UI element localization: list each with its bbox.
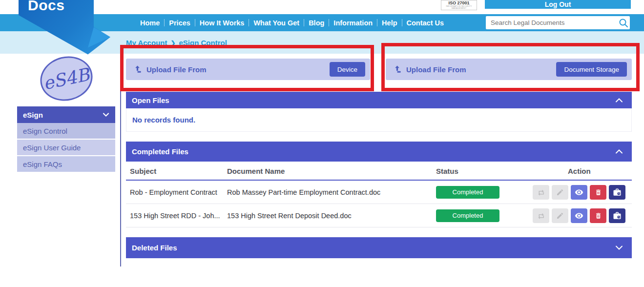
section-title: Deleted Files <box>132 244 177 252</box>
table-row: 153 High Street RDD - Joh... 153 High St… <box>126 204 632 227</box>
upload-bar-document-storage: Upload File From Document Storage <box>386 59 632 80</box>
briefcase-clock-icon <box>613 188 622 197</box>
column-header-status: Status <box>436 166 458 175</box>
table-header-row: Subject Document Name Status Action <box>126 162 632 181</box>
iso-certification-badge: ISO 27001 INFORMATION SECURITY MANAGEMEN… <box>441 0 477 10</box>
nav-item-blog[interactable]: Blog <box>309 19 324 27</box>
es4b-logo-text: eS4B <box>42 64 91 93</box>
delete-button[interactable] <box>590 185 606 200</box>
breadcrumb-separator-icon: ❯ <box>170 40 175 46</box>
logo-text: Docs <box>28 0 64 14</box>
chevron-down-icon <box>615 245 623 250</box>
sidebar-header-label: eSign <box>23 111 43 119</box>
completed-files-section: Completed Files Subject Document Name St… <box>126 142 632 227</box>
nav-divider <box>304 19 304 26</box>
table-row: Rob - Employment Contract Rob Massey Par… <box>126 181 632 204</box>
upload-label: Upload File From <box>146 65 207 74</box>
pencil-icon <box>556 188 564 196</box>
edit-button <box>552 185 568 200</box>
repeat-icon <box>537 188 545 197</box>
cell-document-name: 153 High Street Rent Deposit Deed.doc <box>227 212 432 220</box>
search-button[interactable] <box>617 16 630 29</box>
edit-button <box>552 208 568 223</box>
move-to-storage-button[interactable] <box>609 208 625 223</box>
nav-divider <box>329 19 329 26</box>
chevron-down-icon <box>103 112 109 117</box>
action-buttons <box>533 208 625 223</box>
column-header-subject: Subject <box>130 166 225 175</box>
view-button[interactable] <box>571 208 587 223</box>
logout-button[interactable]: Log Out <box>485 0 631 9</box>
nav-divider <box>402 19 402 26</box>
open-files-header[interactable]: Open Files <box>126 92 632 108</box>
nav-item-home[interactable]: Home <box>140 19 160 27</box>
sidebar-item-esign-user-guide[interactable]: eSign User Guide <box>17 140 115 156</box>
cell-document-name: Rob Massey Part-time Employment Contract… <box>227 188 432 196</box>
status-badge: Completed <box>436 209 499 222</box>
trash-icon <box>595 188 602 196</box>
cell-subject: Rob - Employment Contract <box>130 188 225 196</box>
nav-item-prices[interactable]: Prices <box>169 19 190 27</box>
briefcase-clock-icon <box>613 211 622 220</box>
resend-button <box>533 208 549 223</box>
completed-files-header[interactable]: Completed Files <box>126 142 632 162</box>
pencil-icon <box>556 212 564 220</box>
sidebar-item-esign-faqs[interactable]: eSign FAQs <box>17 156 115 173</box>
repeat-icon <box>537 211 545 220</box>
trash-icon <box>595 212 602 220</box>
open-files-section: Open Files No records found. <box>126 92 632 132</box>
nav-divider <box>164 19 165 26</box>
view-button[interactable] <box>571 185 587 200</box>
column-header-action: Action <box>568 166 591 175</box>
status-badge: Completed <box>436 186 499 199</box>
resend-button <box>533 185 549 200</box>
nav-item-contact-us[interactable]: Contact Us <box>407 19 444 27</box>
nav-item-how-it-works[interactable]: How It Works <box>200 19 245 27</box>
column-header-document-name: Document Name <box>227 166 432 175</box>
sidebar-item-label: eSign Control <box>23 127 67 135</box>
eye-icon <box>575 188 583 197</box>
delete-button[interactable] <box>590 208 606 223</box>
upload-icon <box>393 65 402 74</box>
search-box <box>486 16 630 29</box>
open-files-empty-message: No records found. <box>126 108 632 132</box>
sidebar-item-label: eSign User Guide <box>23 144 81 152</box>
nav-links: Home Prices How It Works What You Get Bl… <box>140 14 444 31</box>
sidebar-header-esign[interactable]: eSign <box>17 106 115 123</box>
breadcrumb-my-account[interactable]: My Account <box>126 39 167 47</box>
sidebar-content-divider <box>120 54 121 266</box>
search-icon <box>618 18 629 28</box>
deleted-files-section: Deleted Files <box>126 237 632 258</box>
sidebar-item-label: eSign FAQs <box>23 160 62 168</box>
sidebar-item-esign-control[interactable]: eSign Control <box>17 123 115 140</box>
nav-divider <box>195 19 195 26</box>
cell-subject: 153 High Street RDD - Joh... <box>130 212 225 220</box>
main-navbar: Home Prices How It Works What You Get Bl… <box>0 14 644 31</box>
es4b-logo: eS4B <box>36 51 98 106</box>
section-title: Completed Files <box>132 147 188 156</box>
nav-item-what-you-get[interactable]: What You Get <box>253 19 299 27</box>
nav-divider <box>377 19 377 26</box>
upload-document-storage-button[interactable]: Document Storage <box>556 62 627 77</box>
upload-device-button[interactable]: Device <box>330 62 365 77</box>
deleted-files-header[interactable]: Deleted Files <box>126 237 632 258</box>
nav-item-help[interactable]: Help <box>382 19 397 27</box>
breadcrumb: My Account ❯ eSign Control <box>126 39 227 47</box>
chevron-up-icon <box>615 149 623 154</box>
upload-bar-device: Upload File From Device <box>126 59 370 80</box>
move-to-storage-button[interactable] <box>609 185 625 200</box>
search-input[interactable] <box>486 19 617 26</box>
nav-item-information[interactable]: Information <box>333 19 373 27</box>
chevron-up-icon <box>615 98 623 103</box>
sidebar-menu: eSign eSign Control eSign User Guide eSi… <box>17 106 115 173</box>
section-title: Open Files <box>132 96 169 104</box>
eye-icon <box>575 211 583 220</box>
breadcrumb-current: eSign Control <box>179 39 227 47</box>
action-buttons <box>533 185 625 200</box>
upload-label: Upload File From <box>406 65 466 74</box>
upload-icon <box>133 65 142 74</box>
iso-badge-subtitle: MANAGEMENT <box>441 7 477 9</box>
nav-divider <box>249 19 249 26</box>
